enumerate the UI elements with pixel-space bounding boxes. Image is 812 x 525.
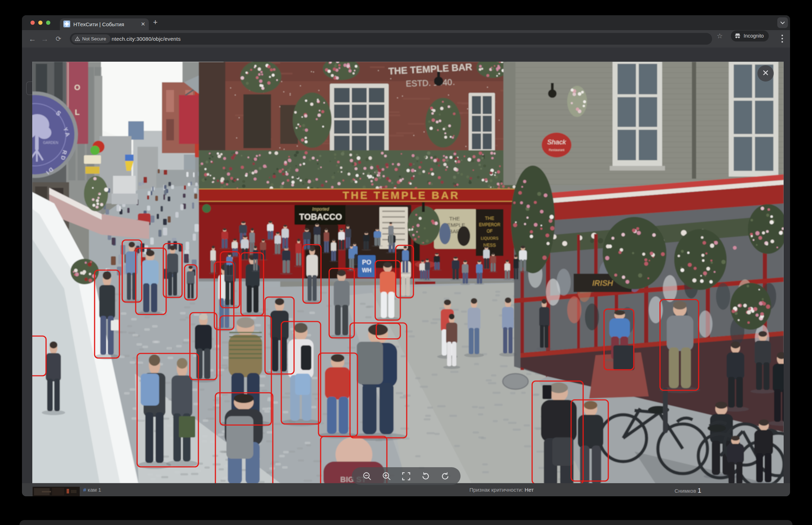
svg-text:IRISH: IRISH — [592, 279, 613, 287]
svg-text:Shack: Shack — [547, 138, 566, 146]
svg-text:L: L — [75, 108, 79, 117]
svg-text:WH: WH — [362, 267, 372, 273]
svg-text:TOBACCO: TOBACCO — [299, 212, 342, 222]
svg-text:THE: THE — [485, 216, 494, 221]
svg-text:THE TEMPLE BAR: THE TEMPLE BAR — [343, 189, 459, 201]
svg-text:THE: THE — [449, 216, 460, 222]
svg-text:Restaurant: Restaurant — [549, 148, 565, 152]
svg-text:O: O — [74, 83, 80, 92]
svg-text:OF: OF — [487, 229, 493, 234]
svg-text:LIQUORS: LIQUORS — [481, 236, 498, 240]
svg-text:EMPEROR: EMPEROR — [479, 222, 501, 227]
svg-text:GARDEN: GARDEN — [43, 141, 58, 145]
svg-text:Imported: Imported — [312, 207, 329, 212]
svg-text:ESTD. 1840: ESTD. 1840 — [406, 77, 452, 89]
svg-text:PO: PO — [362, 259, 371, 266]
